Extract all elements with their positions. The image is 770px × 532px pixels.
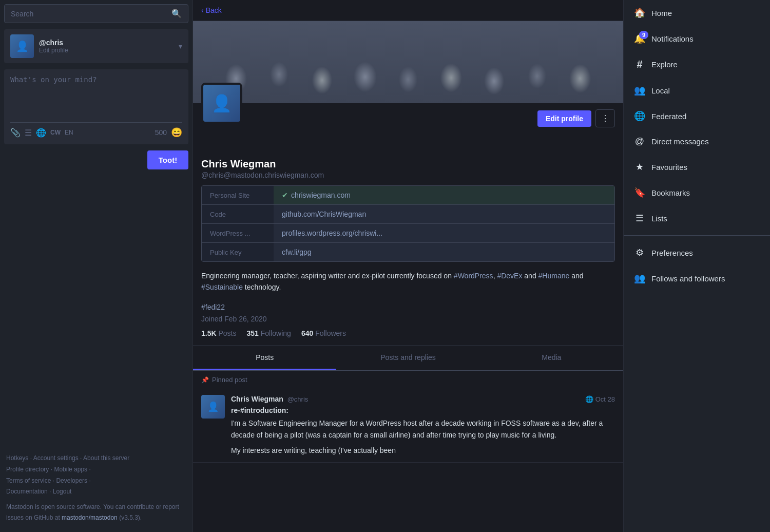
lists-icon: ☰ (634, 213, 645, 224)
compose-box: 📎 ☰ 🌐 CW EN 500 😄 (4, 69, 188, 144)
wordpress-link[interactable]: profiles.wordpress.org/chriswi... (282, 229, 382, 237)
emoji-icon[interactable]: 😄 (171, 127, 182, 138)
search-input[interactable] (11, 10, 171, 18)
tab-media[interactable]: Media (480, 346, 623, 370)
profile-actions: Edit profile ⋮ (193, 103, 623, 131)
account-settings-link[interactable]: Account settings (33, 454, 79, 462)
code-link[interactable]: github.com/ChrisWiegman (282, 210, 366, 218)
nav-bookmarks-label: Bookmarks (651, 188, 690, 197)
posts-stat[interactable]: 1.5K Posts (201, 329, 236, 337)
post-text-2: My interests are writing, teaching (I've… (231, 445, 615, 456)
humane-tag[interactable]: #Humane (538, 272, 570, 280)
back-button[interactable]: ‹ Back (201, 6, 222, 14)
following-stat[interactable]: 351 Following (246, 329, 291, 337)
nav-notifications[interactable]: 🔔 9 Notifications (624, 26, 770, 51)
nav-home[interactable]: 🏠 Home (624, 0, 770, 26)
nav-local[interactable]: 👥 Local (624, 78, 770, 103)
nav-notifications-label: Notifications (651, 34, 694, 43)
nav-local-label: Local (651, 86, 670, 95)
post-body: Chris Wiegman @chris 🌐 Oct 28 re-#introd… (231, 395, 615, 456)
search-bar: 🔍 (4, 4, 188, 23)
post-author-handle: @chris (287, 395, 309, 403)
edit-profile-button[interactable]: Edit profile (537, 110, 591, 127)
poll-icon[interactable]: ☰ (25, 128, 32, 138)
left-footer: Hotkeys · Account settings · About this … (4, 449, 188, 528)
search-icon: 🔍 (171, 9, 182, 18)
nav-follows-followers[interactable]: 👥 Follows and followers (624, 265, 770, 291)
posts-count: 1.5K (201, 329, 217, 337)
nav-federated-label: Federated (651, 112, 686, 121)
field-value-code: github.com/ChrisWiegman (274, 205, 614, 223)
language-selector[interactable]: EN (65, 129, 73, 136)
mobile-apps-link[interactable]: Mobile apps (54, 466, 87, 473)
bookmark-icon: 🔖 (634, 187, 645, 198)
field-label-code: Code (202, 205, 274, 223)
edit-profile-link[interactable]: Edit profile (39, 47, 174, 54)
nav-home-label: Home (651, 9, 672, 17)
devex-tag[interactable]: #DevEx (497, 272, 522, 280)
nav-favourites[interactable]: ★ Favourites (624, 154, 770, 180)
character-count: 500 (155, 128, 167, 137)
post-meta: 🌐 Oct 28 (585, 395, 615, 403)
globe-post-icon: 🌐 (585, 395, 593, 403)
hotkeys-link[interactable]: Hotkeys (6, 454, 28, 462)
about-server-link[interactable]: About this server (83, 454, 129, 462)
nav-lists[interactable]: ☰ Lists (624, 205, 770, 231)
sustainable-tag[interactable]: #Sustainable (201, 283, 243, 291)
nav-favourites-label: Favourites (651, 163, 687, 172)
nav-divider (624, 235, 770, 236)
more-options-button[interactable]: ⋮ (595, 109, 615, 127)
nav-bookmarks[interactable]: 🔖 Bookmarks (624, 180, 770, 205)
github-link[interactable]: mastodon/mastodon (62, 514, 118, 521)
back-label: Back (206, 6, 222, 14)
followers-stat[interactable]: 640 Followers (301, 329, 346, 337)
toot-button[interactable]: Toot! (147, 150, 188, 169)
following-count: 351 (246, 329, 258, 337)
federated-icon: 🌐 (634, 110, 645, 122)
compose-toolbar: 📎 ☰ 🌐 CW EN 500 😄 (10, 122, 182, 138)
verified-check-icon: ✔ (282, 191, 288, 199)
tab-posts[interactable]: Posts (193, 346, 336, 370)
pubkey-link[interactable]: cfw.li/gpg (282, 248, 312, 256)
star-icon: ★ (634, 161, 645, 173)
globe-icon[interactable]: 🌐 (36, 128, 46, 138)
avatar: 👤 (10, 34, 34, 58)
nav-preferences[interactable]: ⚙ Preferences (624, 240, 770, 265)
nav-direct-messages[interactable]: @ Direct messages (624, 129, 770, 154)
documentation-link[interactable]: Documentation (6, 488, 48, 495)
personal-site-link[interactable]: chriswiegman.com (291, 191, 351, 199)
profile-joined: Joined Feb 26, 2020 (193, 315, 623, 329)
attachment-icon[interactable]: 📎 (10, 128, 21, 138)
nav-explore[interactable]: # Explore (624, 51, 770, 78)
compose-textarea[interactable] (10, 75, 182, 117)
account-bar[interactable]: 👤 @chris Edit profile ▾ (4, 29, 188, 63)
nav-follows-label: Follows and followers (651, 274, 725, 283)
post-author-name: Chris Wiegman (231, 395, 283, 403)
profile-field-pubkey: Public Key cfw.li/gpg (202, 243, 614, 261)
followers-label: Followers (315, 329, 346, 337)
wordpress-tag[interactable]: #WordPress (454, 272, 493, 280)
account-info: @chris Edit profile (39, 39, 174, 54)
content-warning-button[interactable]: CW (50, 129, 61, 136)
post-author: Chris Wiegman @chris (231, 395, 308, 403)
back-bar: ‹ Back (193, 0, 623, 21)
gear-icon: ⚙ (634, 247, 645, 258)
nav-dm-label: Direct messages (651, 137, 709, 146)
nav-federated[interactable]: 🌐 Federated (624, 103, 770, 129)
nav-preferences-label: Preferences (651, 249, 693, 257)
fedi22-tag[interactable]: #fedi22 (201, 303, 225, 311)
at-icon: @ (634, 136, 645, 147)
tab-posts-replies[interactable]: Posts and replies (336, 346, 479, 370)
right-sidebar: 🏠 Home 🔔 9 Notifications # Explore 👥 Loc… (624, 0, 770, 532)
chevron-down-icon[interactable]: ▾ (179, 42, 182, 50)
logout-link[interactable]: Logout (53, 488, 72, 495)
profile-directory-link[interactable]: Profile directory (6, 466, 49, 473)
nav-lists-label: Lists (651, 214, 667, 223)
local-icon: 👥 (634, 85, 645, 96)
profile-tabs: Posts Posts and replies Media (193, 346, 623, 371)
pinned-post: 👤 Chris Wiegman @chris 🌐 Oct 28 re-#intr… (193, 389, 623, 463)
developers-link[interactable]: Developers (56, 477, 87, 484)
profile-stats: 1.5K Posts 351 Following 640 Followers (193, 329, 623, 346)
post-header: Chris Wiegman @chris 🌐 Oct 28 (231, 395, 615, 403)
terms-link[interactable]: Terms of service (6, 477, 51, 484)
